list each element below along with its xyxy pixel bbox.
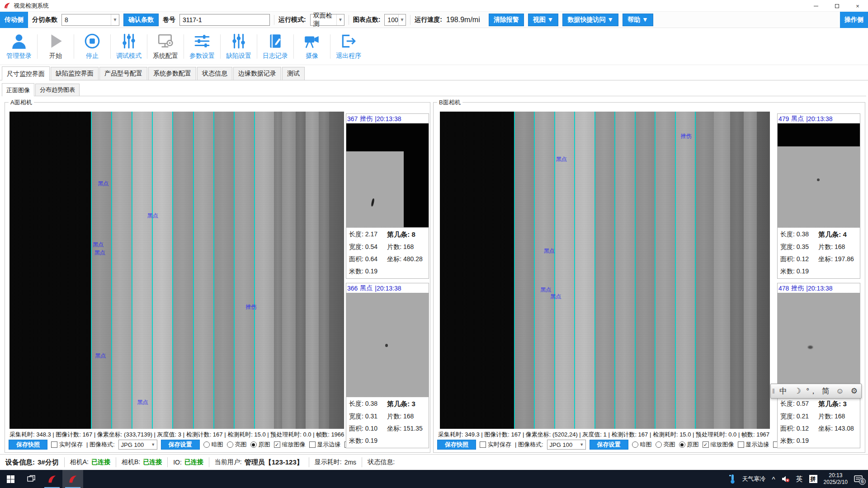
drive-side-button[interactable]: 传动侧 [0,12,28,28]
camera-a-connection-label: 相机A: [70,458,89,466]
confirm-count-button[interactable]: 确认条数 [123,14,159,26]
parameter-settings-button[interactable]: 参数设置 [186,33,218,60]
tab-edge-data-record[interactable]: 边缘数据记录 [233,67,281,80]
pinned-app-button[interactable] [42,470,62,488]
task-view-button[interactable] [21,470,42,488]
zoom-image-checkbox[interactable]: 缩放图像 [274,441,306,449]
strip-boundary-line [111,112,112,429]
run-mode-select[interactable]: 双面检测 ▼ [310,14,344,26]
bright-image-radio[interactable]: 亮图 [227,441,247,449]
save-snapshot-button[interactable]: 保存快照 [9,440,47,450]
clear-alarm-button[interactable]: 清除报警 [489,14,524,26]
exit-program-button[interactable]: 退出程序 [332,33,365,60]
subtab-trend-chart[interactable]: 分布趋势图表 [35,84,80,96]
ime-pinyin-indicator[interactable]: 拼 [809,475,817,483]
ime-punctuation-icon[interactable]: °， [805,386,819,396]
tab-system-param-config[interactable]: 系统参数配置 [148,67,196,80]
realtime-save-label: 实时保存 [59,441,83,449]
ime-fullwidth-icon[interactable]: ☽ [790,386,804,396]
dark-image-radio[interactable]: 暗图 [203,441,223,449]
stat-strip: 第几条: 4 [818,230,858,239]
clock[interactable]: 20:13 2025/2/10 [824,472,848,486]
dark-image-radio[interactable]: 暗图 [632,441,652,449]
camera-a-connection-value: 已连接 [91,458,110,466]
tab-test[interactable]: 测试 [282,67,305,80]
tab-product-model-config[interactable]: 产品型号配置 [99,67,147,80]
zoom-image-checkbox[interactable]: 缩放图像 [703,441,734,449]
state-info: 状态信息: [362,457,400,467]
active-app-button[interactable] [62,470,83,488]
ime-emoji-icon[interactable]: ☺ [833,387,847,396]
stop-button[interactable]: 停止 [76,33,108,60]
save-settings-button[interactable]: 保存设置 [161,440,200,450]
divider [330,34,330,59]
chart-points-select[interactable]: 100 ▼ [384,14,406,26]
speaker-muted-icon [782,475,790,483]
view-menu-button[interactable]: 视图 ▼ [528,14,559,26]
subtab-front-image[interactable]: 正面图像 [2,83,34,96]
debug-mode-label: 调试模式 [116,52,142,60]
debug-mode-button[interactable]: 调试模式 [113,33,145,60]
camera-a-status-line: 采集耗时: 348.3 | 图像计数: 167 | 像素坐标: (333,713… [9,431,346,439]
defect-number: 367 [347,115,358,122]
radio-icon [679,441,685,448]
defect-label: 黑点 [544,247,555,255]
show-edge-checkbox[interactable]: 显示边缘 [309,441,341,449]
original-image-radio[interactable]: 原图 [679,441,699,449]
realtime-save-label: 实时保存 [488,441,511,449]
thermometer-icon[interactable] [729,474,736,484]
save-settings-button[interactable]: 保存设置 [590,440,628,450]
close-button[interactable]: × [847,0,868,12]
admin-login-button[interactable]: 管理登录 [3,33,35,60]
exit-icon [340,33,357,50]
defect-thumbnail-region [346,293,429,397]
realtime-save-checkbox[interactable]: 实时保存 [480,441,511,449]
slit-count-select[interactable]: 8 ▼ [61,14,119,26]
action-center-button[interactable]: 6 [854,475,863,483]
show-edge-checkbox[interactable]: 显示边缘 [738,441,769,449]
stat-length: 长度: 2.17 [349,230,387,239]
maximize-button[interactable] [826,0,847,12]
image-format-select[interactable]: JPG 100 ▼ [118,440,157,450]
app-feather-icon [47,474,57,484]
camera-capture-button[interactable]: 摄像 [296,33,328,60]
volume-muted-button[interactable] [782,475,790,483]
camera-b-image: 挫伤黑点黑点黑点黑点 [440,112,770,429]
tab-size-monitor[interactable]: 尺寸监控界面 [2,66,50,80]
defect-time: |20:13:38 [375,285,401,292]
divider [220,34,221,59]
tab-status-info[interactable]: 状态信息 [197,67,232,80]
save-snapshot-button[interactable]: 保存快照 [437,440,476,450]
ime-chinese-mode[interactable]: 中 [776,386,790,396]
defect-label: 黑点 [556,155,567,163]
image-format-select[interactable]: JPG 100 ▼ [547,440,586,450]
log-record-button[interactable]: 日志记录 [259,33,292,60]
weather-text[interactable]: 天气寒冷 [742,475,766,483]
ime-language-indicator[interactable]: 英 [796,475,803,483]
bright-image-radio[interactable]: 亮图 [656,441,675,449]
original-image-radio[interactable]: 原图 [250,441,270,449]
operator-side-button[interactable]: 操作侧 [840,12,868,28]
roll-number-input[interactable] [179,14,270,26]
divider [410,15,410,25]
start-menu-button[interactable] [0,470,21,488]
help-menu-button[interactable]: 帮助 ▼ [623,14,653,26]
chart-points-label: 图表点数: [353,16,381,24]
defect-number: 478 [778,285,789,292]
start-button[interactable]: 开始 [39,33,72,60]
ime-settings-gear-icon[interactable]: ⚙ [847,386,861,396]
system-tray: 天气寒冷 ^ 英 拼 20:13 2025/2/10 6 [729,470,868,488]
system-config-button[interactable]: 系统配置 [149,33,182,60]
hidden-icons-chevron[interactable]: ^ [772,475,775,483]
realtime-save-checkbox[interactable]: 实时保存 [51,441,83,449]
defect-settings-button[interactable]: 缺陷设置 [222,33,255,60]
ime-simplified-mode[interactable]: 简 [819,386,833,396]
drag-handle-icon[interactable]: ‖ [771,388,776,395]
minimize-button[interactable] [806,0,826,12]
divider [257,34,257,59]
checkbox-icon [738,441,744,448]
tab-defect-monitor[interactable]: 缺陷监控界面 [51,67,99,80]
data-quick-access-button[interactable]: 数据快捷访问 ▼ [562,14,618,26]
stop-label: 停止 [86,52,99,60]
stat-area: 面积: 0.12 [780,255,818,263]
